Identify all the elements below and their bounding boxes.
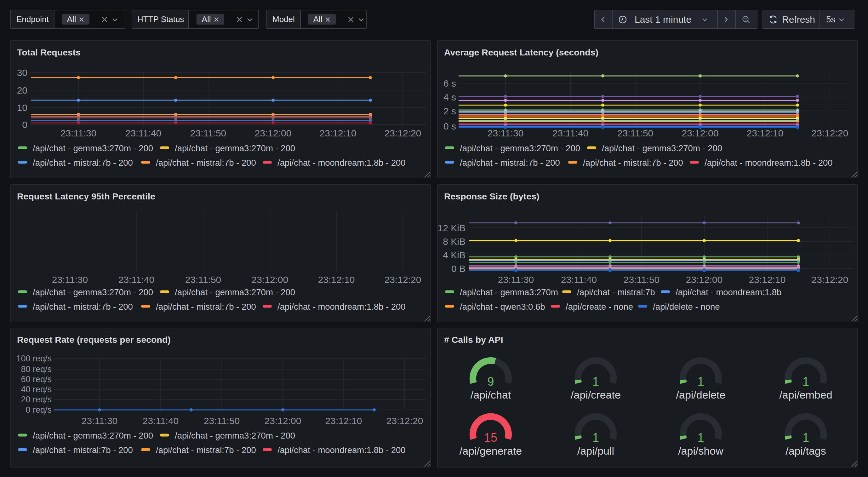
svg-text:1: 1 <box>803 431 809 444</box>
svg-text:/api/chat - mistral:7b: /api/chat - mistral:7b <box>577 287 655 297</box>
svg-text:23:11:50: 23:11:50 <box>624 274 660 285</box>
svg-text:1: 1 <box>592 431 599 444</box>
svg-text:/api/chat - gemma3:270m - 200: /api/chat - gemma3:270m - 200 <box>33 143 153 153</box>
svg-text:/api/embed: /api/embed <box>779 389 832 401</box>
svg-text:# Calls by API: # Calls by API <box>444 335 503 345</box>
svg-text:23:12:20: 23:12:20 <box>386 416 423 426</box>
svg-text:Request Rate (requests per sec: Request Rate (requests per second) <box>17 335 171 345</box>
svg-text:0 s: 0 s <box>443 121 456 131</box>
svg-text:23:12:00: 23:12:00 <box>682 128 719 138</box>
svg-text:20 req/s: 20 req/s <box>21 395 52 404</box>
svg-text:/api/chat - qwen3:0.6b: /api/chat - qwen3:0.6b <box>460 302 545 311</box>
svg-text:23:11:50: 23:11:50 <box>204 416 240 426</box>
svg-text:/api/chat - mistral:7b - 200: /api/chat - mistral:7b - 200 <box>33 158 133 168</box>
svg-text:30: 30 <box>17 67 27 78</box>
svg-text:15: 15 <box>484 431 497 444</box>
svg-text:/api/chat - mistral:7b - 200: /api/chat - mistral:7b - 200 <box>460 158 560 168</box>
svg-text:9: 9 <box>487 375 494 388</box>
svg-text:23:11:30: 23:11:30 <box>60 128 97 138</box>
svg-text:12 KiB: 12 KiB <box>438 223 465 233</box>
svg-text:/api/create: /api/create <box>571 389 621 401</box>
svg-text:23:11:40: 23:11:40 <box>561 274 597 285</box>
svg-text:8 KiB: 8 KiB <box>443 236 465 247</box>
svg-text:0: 0 <box>22 119 27 130</box>
svg-text:/api/chat - mistral:7b - 200: /api/chat - mistral:7b - 200 <box>33 302 133 311</box>
svg-text:10: 10 <box>17 102 27 113</box>
svg-text:Request Latency 95th Percentil: Request Latency 95th Percentile <box>17 191 155 201</box>
svg-text:/api/chat - moondream:1.8b - 2: /api/chat - moondream:1.8b - 200 <box>277 302 406 311</box>
svg-text:/api/delete - none: /api/delete - none <box>653 302 720 311</box>
svg-text:23:12:00: 23:12:00 <box>686 274 723 285</box>
svg-text:/api/chat - gemma3:270m - 200: /api/chat - gemma3:270m - 200 <box>175 431 295 441</box>
svg-text:Response Size (bytes): Response Size (bytes) <box>444 191 539 201</box>
svg-text:1: 1 <box>803 375 809 388</box>
svg-text:4 KiB: 4 KiB <box>443 250 465 260</box>
svg-text:23:11:30: 23:11:30 <box>498 274 534 285</box>
svg-text:/api/chat - mistral:7b - 200: /api/chat - mistral:7b - 200 <box>156 158 256 168</box>
svg-text:23:12:20: 23:12:20 <box>812 274 848 285</box>
svg-text:60 req/s: 60 req/s <box>21 375 52 384</box>
svg-text:/api/delete: /api/delete <box>676 389 726 401</box>
svg-text:23:12:00: 23:12:00 <box>255 128 292 138</box>
svg-text:/api/chat - gemma3:270m - 200: /api/chat - gemma3:270m - 200 <box>175 143 295 153</box>
svg-text:23:12:00: 23:12:00 <box>265 416 301 426</box>
svg-text:/api/chat - gemma3:270m - 200: /api/chat - gemma3:270m - 200 <box>33 431 153 441</box>
svg-text:/api/pull: /api/pull <box>577 445 614 457</box>
svg-text:/api/chat - mistral:7b - 200: /api/chat - mistral:7b - 200 <box>156 445 256 455</box>
svg-text:/api/chat: /api/chat <box>470 389 511 401</box>
svg-text:23:11:40: 23:11:40 <box>125 128 161 138</box>
svg-text:20: 20 <box>17 85 27 95</box>
svg-text:23:11:30: 23:11:30 <box>82 416 118 426</box>
svg-text:/api/chat - moondream:1.8b: /api/chat - moondream:1.8b <box>676 287 781 297</box>
svg-text:0 B: 0 B <box>451 263 465 274</box>
svg-text:4 s: 4 s <box>443 92 456 102</box>
svg-text:23:12:10: 23:12:10 <box>749 274 786 285</box>
svg-text:23:11:50: 23:11:50 <box>617 128 653 138</box>
svg-text:23:11:30: 23:11:30 <box>488 128 524 138</box>
svg-text:/api/chat - gemma3:270m - 200: /api/chat - gemma3:270m - 200 <box>602 143 722 153</box>
svg-text:23:12:20: 23:12:20 <box>384 274 422 285</box>
svg-text:/api/chat - mistral:7b - 200: /api/chat - mistral:7b - 200 <box>33 445 133 455</box>
svg-text:Average Request Latency (secon: Average Request Latency (seconds) <box>444 47 598 57</box>
svg-text:/api/chat - moondream:1.8b - 2: /api/chat - moondream:1.8b - 200 <box>277 158 406 168</box>
svg-text:/api/chat - gemma3:270m: /api/chat - gemma3:270m <box>460 287 558 297</box>
svg-text:23:12:10: 23:12:10 <box>320 128 356 138</box>
svg-text:1: 1 <box>592 375 599 388</box>
svg-text:/api/chat - mistral:7b - 200: /api/chat - mistral:7b - 200 <box>156 302 256 311</box>
svg-text:2 s: 2 s <box>443 106 456 116</box>
svg-text:23:11:40: 23:11:40 <box>143 416 179 426</box>
svg-text:Total Requests: Total Requests <box>17 47 81 57</box>
svg-text:/api/chat - gemma3:270m - 200: /api/chat - gemma3:270m - 200 <box>33 287 153 297</box>
svg-text:/api/chat - gemma3:270m - 200: /api/chat - gemma3:270m - 200 <box>460 143 580 153</box>
svg-text:1: 1 <box>697 375 704 388</box>
svg-text:/api/show: /api/show <box>678 445 723 457</box>
svg-text:23:12:20: 23:12:20 <box>812 128 848 138</box>
svg-text:23:11:50: 23:11:50 <box>185 274 221 285</box>
svg-text:23:12:20: 23:12:20 <box>384 128 422 138</box>
svg-text:/api/chat - moondream:1.8b - 2: /api/chat - moondream:1.8b - 200 <box>705 158 833 168</box>
svg-text:80 req/s: 80 req/s <box>21 364 52 374</box>
svg-text:/api/chat - gemma3:270m - 200: /api/chat - gemma3:270m - 200 <box>175 287 295 297</box>
svg-text:/api/create - none: /api/create - none <box>566 302 633 311</box>
svg-text:6 s: 6 s <box>443 78 456 89</box>
svg-text:23:11:40: 23:11:40 <box>552 128 589 138</box>
svg-text:23:11:40: 23:11:40 <box>118 274 155 285</box>
svg-text:/api/chat - mistral:7b - 200: /api/chat - mistral:7b - 200 <box>583 158 683 168</box>
svg-text:40 req/s: 40 req/s <box>21 385 52 394</box>
svg-text:23:11:50: 23:11:50 <box>190 128 226 138</box>
svg-text:23:12:10: 23:12:10 <box>318 274 355 285</box>
svg-text:/api/tags: /api/tags <box>785 445 826 457</box>
svg-text:23:11:30: 23:11:30 <box>52 274 88 285</box>
svg-text:23:12:10: 23:12:10 <box>747 128 784 138</box>
svg-text:23:12:00: 23:12:00 <box>252 274 288 285</box>
svg-text:0 req/s: 0 req/s <box>26 405 52 415</box>
svg-text:/api/chat - moondream:1.8b - 2: /api/chat - moondream:1.8b - 200 <box>277 445 406 455</box>
svg-text:1: 1 <box>697 431 704 444</box>
svg-text:23:12:10: 23:12:10 <box>326 416 362 426</box>
svg-text:/api/generate: /api/generate <box>460 445 522 457</box>
svg-text:100 req/s: 100 req/s <box>16 354 52 363</box>
